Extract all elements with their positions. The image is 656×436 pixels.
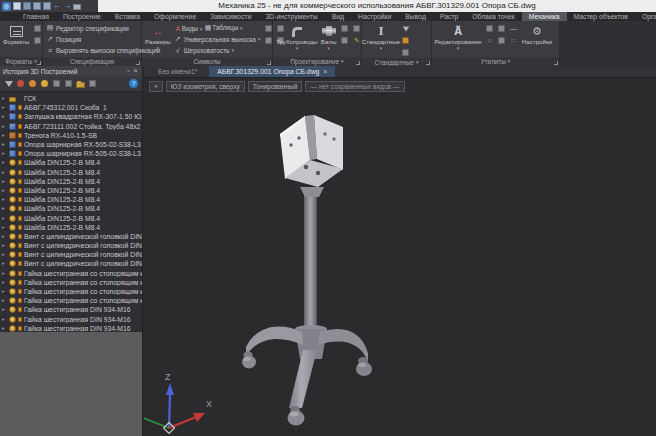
- model-left-leg[interactable]: [246, 327, 303, 356]
- viewport-control[interactable]: ЮЗ изометрия, сверху: [166, 81, 245, 92]
- expand-arrow-icon[interactable]: ▸: [2, 112, 7, 121]
- profile-icon[interactable]: [400, 47, 411, 58]
- dialog-launcher-icon[interactable]: [136, 61, 140, 65]
- model-neck[interactable]: [300, 187, 324, 197]
- model-right-leg[interactable]: [318, 329, 368, 362]
- shafts-button[interactable]: Валы ▾: [321, 23, 337, 57]
- ribbon-tab[interactable]: 3D-инструменты: [258, 12, 324, 21]
- folder-icon[interactable]: [76, 79, 85, 88]
- expand-arrow-icon[interactable]: ▸: [2, 94, 7, 103]
- tables-button[interactable]: ▦Таблицы ▾: [204, 24, 242, 32]
- expand-arrow-icon[interactable]: ▸: [2, 241, 7, 250]
- expand-arrow-icon[interactable]: ▸: [2, 296, 7, 305]
- measure-icon[interactable]: [496, 23, 507, 34]
- tree-item[interactable]: ▸ Заглушка квадратная RX-307-1.50 Ю3094: [0, 112, 142, 121]
- settings-button[interactable]: ⚙ Настройки: [522, 23, 552, 57]
- catalog-icon[interactable]: [400, 35, 411, 46]
- universal-leader-button[interactable]: ↗ Универсальная выноска▾: [174, 34, 261, 44]
- break-line-icon[interactable]: [484, 23, 495, 34]
- group-label-formats[interactable]: Форматы▾: [0, 57, 42, 66]
- filter-icon[interactable]: [4, 79, 13, 88]
- undo-icon[interactable]: ←: [53, 2, 61, 10]
- ribbon-tab[interactable]: Мастер объектов: [567, 12, 635, 21]
- tree-item[interactable]: ▸ Винт с цилиндрической головкой DIN 91: [0, 232, 142, 241]
- dialog-launcher-icon[interactable]: [356, 61, 360, 65]
- viewport-control[interactable]: Тонированный: [248, 81, 303, 92]
- print-icon[interactable]: [73, 4, 81, 10]
- ribbon-tab[interactable]: Вставка: [108, 12, 147, 21]
- tree-item[interactable]: ▸ Шайба DIN125-2-B М8.4: [0, 213, 142, 222]
- ribbon-tab[interactable]: Настройки: [351, 12, 398, 21]
- tree-item[interactable]: ▸ АБВГ.745312.001 Скоба_1: [0, 103, 142, 112]
- expand-arrow-icon[interactable]: ▸: [2, 186, 7, 195]
- expand-arrow-icon[interactable]: ▸: [2, 278, 7, 287]
- pin-icon[interactable]: ▫: [125, 66, 132, 76]
- standard-parts-button[interactable]: I Стандартные ▾: [365, 23, 397, 58]
- pipelines-button[interactable]: Трубопроводы ▾: [276, 23, 318, 57]
- ribbon-tab[interactable]: Построение: [56, 12, 108, 21]
- hole-icon[interactable]: [351, 23, 362, 34]
- erase-icon[interactable]: [496, 35, 507, 46]
- group-label-design[interactable]: Проектирование▾: [273, 57, 361, 66]
- app-logo-icon[interactable]: ⚙: [2, 2, 11, 11]
- model-front-leg[interactable]: [289, 350, 317, 408]
- format-b-icon[interactable]: [32, 35, 43, 46]
- expand-arrow-icon[interactable]: ▸: [2, 103, 7, 112]
- roughness-button[interactable]: √ Шероховатость▾: [174, 45, 261, 55]
- tree-item[interactable]: ▸ АБВГ.723111.002 Стойка. Труба 48х2 ГОС…: [0, 122, 142, 131]
- dimensions-button[interactable]: ↔ Размеры ▾: [145, 23, 171, 57]
- expand-arrow-icon[interactable]: ▸: [2, 122, 7, 131]
- group-label-spec[interactable]: Спецификация: [43, 57, 141, 66]
- document-tab[interactable]: Без имени1*: [150, 66, 209, 77]
- tree-item[interactable]: ▸ Шайба DIN125-2-B М8.4: [0, 158, 142, 167]
- ribbon-tab[interactable]: Зависимости: [203, 12, 258, 21]
- tree-item[interactable]: ▸ Шайба DIN125-2-B М8.4: [0, 195, 142, 204]
- expand-arrow-icon[interactable]: ▸: [2, 131, 7, 140]
- tree-item[interactable]: ▸ Опора шарнирная RX-505-02-S38-L3: [0, 140, 142, 149]
- line-icon[interactable]: —: [508, 23, 519, 34]
- suppress-icon[interactable]: [16, 79, 25, 88]
- filter-parts-icon[interactable]: [400, 23, 411, 34]
- save-all-icon[interactable]: [43, 2, 51, 10]
- tree-item[interactable]: ▸ Гайка шестигранная DIN 934-М16: [0, 324, 142, 332]
- expand-arrow-icon[interactable]: ▸: [2, 324, 7, 332]
- drawing-canvas[interactable]: Z X Без имени1* АБВГ.301329.001 Опора СБ…: [144, 66, 656, 436]
- expand-arrow-icon[interactable]: ▸: [2, 158, 7, 167]
- group-label-symbols[interactable]: Символы: [142, 57, 272, 66]
- ribbon-tab[interactable]: Растр: [433, 12, 465, 21]
- expand-arrow-icon[interactable]: ▸: [2, 315, 7, 324]
- group-icon[interactable]: ∷: [508, 35, 519, 46]
- ucs-icon[interactable]: Z X: [144, 372, 212, 434]
- expand-arrow-icon[interactable]: ▸: [2, 195, 7, 204]
- expand-arrow-icon[interactable]: ▸: [2, 149, 7, 158]
- expand-arrow-icon[interactable]: ▸: [2, 140, 7, 149]
- edit-button[interactable]: A⃡ Редактирование ▾: [435, 23, 481, 57]
- dialog-launcher-icon[interactable]: [554, 61, 558, 65]
- viewport-control[interactable]: +: [149, 81, 163, 92]
- expand-arrow-icon[interactable]: ▸: [2, 305, 7, 314]
- expand-arrow-icon[interactable]: ▸: [2, 168, 7, 177]
- model-3d-view[interactable]: Z X: [144, 66, 656, 436]
- dependencies-icon[interactable]: [64, 79, 73, 88]
- open-file-icon[interactable]: [23, 2, 31, 10]
- model-opora-assembly[interactable]: [242, 115, 372, 426]
- model-bracket-right-plate[interactable]: [314, 115, 343, 170]
- tree-item[interactable]: ▸ Шайба DIN125-2-B М8.4: [0, 223, 142, 232]
- highlight-icon[interactable]: [28, 79, 37, 88]
- close-tab-icon[interactable]: ×: [323, 66, 327, 77]
- tree-item[interactable]: ▸ Гайка шестигранная со стопорящим кол: [0, 296, 142, 305]
- ribbon-tab[interactable]: Главная: [16, 12, 56, 21]
- help-icon[interactable]: ?: [129, 79, 138, 88]
- group-label-standard[interactable]: Стандартные▾: [362, 58, 431, 66]
- expand-arrow-icon[interactable]: ▸: [2, 223, 7, 232]
- tree-item[interactable]: ▸ Шайба DIN125-2-B М8.4: [0, 204, 142, 213]
- rebuild-icon[interactable]: [52, 79, 61, 88]
- screw-connection-icon[interactable]: [339, 23, 350, 34]
- tree-item[interactable]: ▸ Гайка шестигранная со стопорящим кол: [0, 278, 142, 287]
- views-button[interactable]: AВиды ▾: [174, 24, 202, 32]
- dialog-launcher-icon[interactable]: [37, 61, 41, 65]
- ribbon-tab[interactable]: Вывод: [398, 12, 433, 21]
- tree-item[interactable]: ▸ Шайба DIN125-2-B М8.4: [0, 168, 142, 177]
- dialog-launcher-icon[interactable]: [267, 61, 271, 65]
- redo-icon[interactable]: →: [63, 2, 71, 10]
